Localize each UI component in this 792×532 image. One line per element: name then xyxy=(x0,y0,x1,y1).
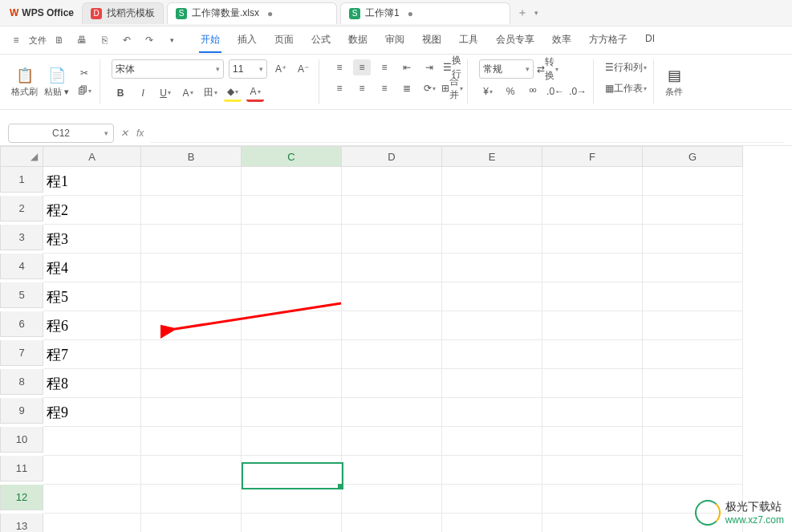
cell[interactable]: 程5 xyxy=(43,282,141,311)
underline-button[interactable]: U▾ xyxy=(156,85,174,101)
font-color-button[interactable]: A▾ xyxy=(246,83,264,102)
fill-handle[interactable] xyxy=(338,484,343,489)
row-header[interactable]: 12 xyxy=(0,485,43,510)
cell[interactable] xyxy=(442,311,542,340)
indent-increase-icon[interactable]: ⇥ xyxy=(420,59,438,75)
cell[interactable] xyxy=(442,282,542,311)
new-tab-button[interactable]: ＋ xyxy=(517,6,528,20)
cell[interactable] xyxy=(542,514,643,532)
fx-icon[interactable]: fx xyxy=(136,128,144,139)
bold-button[interactable]: B xyxy=(112,85,129,101)
cell[interactable]: 程2 xyxy=(43,196,141,225)
cell[interactable] xyxy=(242,456,342,485)
tab-workbook-1[interactable]: S 工作簿1 ● xyxy=(340,2,510,24)
cell[interactable] xyxy=(43,514,141,532)
row-header[interactable]: 2 xyxy=(0,196,43,221)
cell[interactable] xyxy=(542,369,643,398)
cell[interactable] xyxy=(342,369,442,398)
sheet-button[interactable]: ▦ 工作表▾ xyxy=(605,80,647,96)
decrease-decimal-icon[interactable]: .0→ xyxy=(569,83,587,99)
cell[interactable]: 程4 xyxy=(43,254,141,282)
cell[interactable] xyxy=(141,340,242,369)
cell[interactable] xyxy=(242,485,342,514)
strikethrough-button[interactable]: A▾ xyxy=(179,85,197,101)
font-size-select[interactable]: 11 ▾ xyxy=(229,59,267,79)
cell[interactable] xyxy=(542,167,643,196)
cell[interactable] xyxy=(141,225,242,254)
cell[interactable] xyxy=(643,340,743,369)
column-header[interactable]: E xyxy=(442,146,542,167)
formula-input[interactable] xyxy=(150,124,784,143)
cell[interactable] xyxy=(643,456,743,485)
spreadsheet-grid[interactable]: ◢ABCDEFG1程12程23程34程45程56程67程78程89程910111… xyxy=(0,146,792,532)
row-header[interactable]: 8 xyxy=(0,369,43,395)
dropdown-icon[interactable]: ▾ xyxy=(162,30,181,50)
format-painter-button[interactable]: 📋 格式刷 xyxy=(11,67,38,98)
cell[interactable] xyxy=(643,427,743,456)
cell[interactable] xyxy=(342,254,442,282)
font-name-select[interactable]: 宋体 ▾ xyxy=(112,59,224,79)
menu-tab-page[interactable]: 页面 xyxy=(273,28,295,53)
cell[interactable] xyxy=(242,167,342,196)
cell[interactable] xyxy=(542,254,643,282)
row-header[interactable]: 6 xyxy=(0,311,43,337)
cell[interactable] xyxy=(141,282,242,311)
cell[interactable] xyxy=(342,514,442,532)
menu-tab-insert[interactable]: 插入 xyxy=(236,28,258,53)
column-header[interactable]: B xyxy=(141,146,242,167)
cell[interactable] xyxy=(643,196,743,225)
row-header[interactable]: 4 xyxy=(0,254,43,279)
cell[interactable] xyxy=(141,369,242,398)
cell[interactable] xyxy=(542,225,643,254)
cell[interactable] xyxy=(141,427,242,456)
cell[interactable] xyxy=(643,225,743,254)
row-header[interactable]: 10 xyxy=(0,427,43,453)
cell[interactable]: 程6 xyxy=(43,311,141,340)
cell[interactable] xyxy=(342,427,442,456)
menu-tab-view[interactable]: 视图 xyxy=(420,28,443,53)
cell[interactable] xyxy=(242,282,342,311)
tab-workbook-count[interactable]: S 工作簿数量.xlsx ● xyxy=(167,2,337,24)
undo-icon[interactable]: ↶ xyxy=(117,30,136,50)
cell[interactable] xyxy=(141,456,242,485)
wrap-text-button[interactable]: ☰ 换行 xyxy=(443,59,461,75)
column-header[interactable]: D xyxy=(342,146,442,167)
cell[interactable] xyxy=(141,167,242,196)
copy-icon[interactable]: 🗐▾ xyxy=(75,83,93,99)
column-header[interactable]: G xyxy=(643,146,743,167)
row-header[interactable]: 7 xyxy=(0,340,43,366)
indent-decrease-icon[interactable]: ⇤ xyxy=(398,59,416,75)
merge-button[interactable]: ⊞ 合并▾ xyxy=(443,80,461,96)
cell[interactable] xyxy=(442,340,542,369)
cell[interactable] xyxy=(442,456,542,485)
increase-font-icon[interactable]: A⁺ xyxy=(272,61,290,77)
cell[interactable] xyxy=(242,369,342,398)
cell[interactable] xyxy=(242,514,342,532)
number-format-select[interactable]: 常规▾ xyxy=(479,59,534,79)
cell[interactable] xyxy=(643,282,743,311)
conditional-format-button[interactable]: ▤ 条件 xyxy=(665,67,683,98)
cell[interactable] xyxy=(342,167,442,196)
cell[interactable] xyxy=(342,340,442,369)
cell[interactable] xyxy=(43,427,141,456)
cell[interactable] xyxy=(342,456,442,485)
row-header[interactable]: 5 xyxy=(0,282,43,308)
select-all-corner[interactable]: ◢ xyxy=(0,146,43,167)
cell[interactable] xyxy=(242,340,342,369)
cell[interactable] xyxy=(542,485,643,514)
cell[interactable] xyxy=(342,282,442,311)
menu-tab-vip[interactable]: 会员专享 xyxy=(494,28,536,53)
cell[interactable]: 程1 xyxy=(43,167,141,196)
cut-icon[interactable]: ✂ xyxy=(75,65,93,81)
cell[interactable] xyxy=(141,311,242,340)
align-left-icon[interactable]: ≡ xyxy=(331,80,348,96)
cell[interactable] xyxy=(141,514,242,532)
menu-tab-fangfang[interactable]: 方方格子 xyxy=(587,28,629,53)
action-icon[interactable]: ⎘ xyxy=(95,30,114,50)
column-header[interactable]: F xyxy=(542,146,643,167)
tab-menu-button[interactable]: ▾ xyxy=(534,9,538,17)
tab-template[interactable]: D 找稻壳模板 xyxy=(82,2,164,24)
cell[interactable] xyxy=(643,167,743,196)
rowcol-button[interactable]: ☰ 行和列▾ xyxy=(605,59,647,75)
increase-decimal-icon[interactable]: .0← xyxy=(546,83,564,99)
